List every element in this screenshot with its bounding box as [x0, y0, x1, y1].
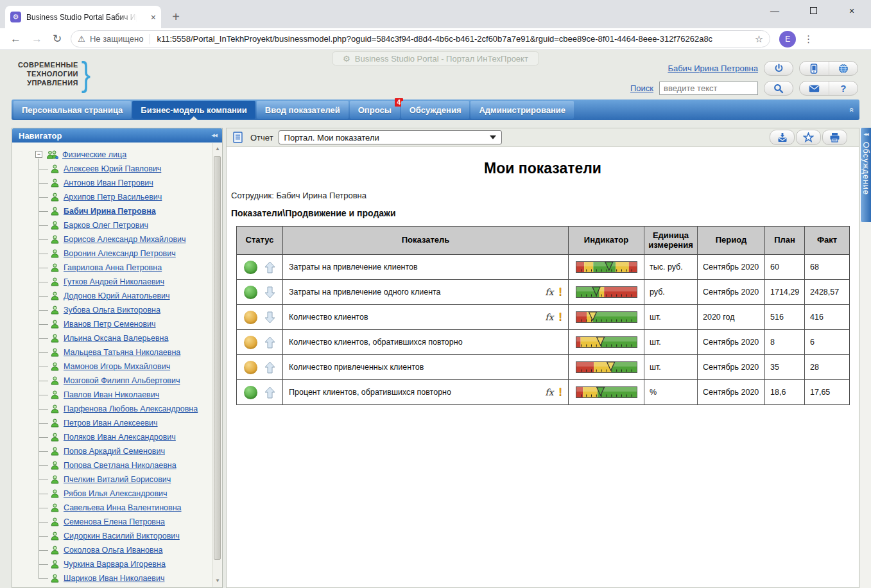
person-icon	[51, 376, 59, 385]
table-header-row: СтатусПоказательИндикаторЕдиница измерен…	[237, 227, 850, 255]
person-link[interactable]: Поляков Иван Александрович	[64, 433, 176, 442]
tree-person-item: Додонов Юрий Анатольевич	[39, 289, 212, 303]
formula-icon: fx	[545, 287, 553, 297]
indicator-name: Затраты на привлечение клиентов	[289, 263, 562, 272]
bookmark-star-icon[interactable]: ☆	[755, 33, 763, 45]
person-link[interactable]: Савельева Инна Валентиновна	[64, 503, 182, 512]
window-maximize-button[interactable]	[794, 6, 832, 16]
scroll-down-icon[interactable]: ▼	[213, 576, 222, 585]
table-row: Количество клиентовfx!шт.2020 год516416	[237, 305, 850, 330]
messages-button[interactable]	[800, 82, 829, 95]
person-link[interactable]: Попов Аркадий Семенович	[64, 447, 165, 456]
indicator-gauge	[576, 361, 637, 374]
discussion-side-tab[interactable]: ◀◀ Обсуждение	[860, 128, 871, 222]
tree-person-item: Мамонов Игорь Михайлович	[39, 359, 212, 374]
person-link[interactable]: Сидоркин Василий Викторович	[64, 532, 180, 540]
person-link[interactable]: Зубова Ольга Викторовна	[64, 306, 160, 315]
report-select[interactable]: Портал. Мои показатели	[279, 130, 502, 144]
unit-cell: %	[644, 380, 698, 405]
person-link[interactable]: Додонов Юрий Анатольевич	[64, 291, 170, 300]
person-link[interactable]: Павлов Иван Николаевич	[64, 390, 159, 399]
person-link[interactable]: Воронин Александр Петрович	[64, 249, 176, 258]
person-link[interactable]: Рябов Илья Александрович	[64, 489, 168, 498]
browser-tab[interactable]: ⚙ Business Studio Portal Бабич Ир ×	[5, 6, 161, 28]
favorite-button[interactable]	[796, 130, 821, 145]
person-link[interactable]: Антонов Иван Петрович	[64, 178, 153, 187]
window-close-button[interactable]: ×	[832, 6, 871, 16]
person-link[interactable]: Пчелкин Виталий Борисович	[64, 475, 171, 484]
url-omnibox[interactable]: ⚠ Не защищено k11:5558/Portal_InTekhProy…	[71, 30, 770, 48]
person-link[interactable]: Мозговой Филипп Альбертович	[64, 376, 180, 385]
period-cell: Сентябрь 2020	[698, 255, 765, 280]
person-link[interactable]: Гаврилова Анна Петровна	[64, 263, 162, 272]
nav-item-administration[interactable]: Администрирование	[470, 101, 574, 119]
person-link[interactable]: Чуркина Варвара Игоревна	[64, 560, 166, 569]
window-controls: — ×	[755, 0, 871, 22]
person-link[interactable]: Бабич Ирина Петровна	[64, 207, 156, 216]
tree-person-item: Поляков Иван Александрович	[39, 430, 212, 444]
profile-avatar[interactable]: E	[779, 31, 796, 48]
scroll-up-icon[interactable]: ▲	[213, 144, 222, 153]
nav-item-discussions[interactable]: Обсуждения	[401, 101, 470, 119]
person-link[interactable]: Алексеев Юрий Павлович	[64, 164, 161, 173]
person-link[interactable]: Ильина Оксана Валерьевна	[64, 334, 168, 343]
person-link[interactable]: Архипов Петр Васильевич	[64, 193, 162, 202]
nav-item-indicator-input[interactable]: Ввод показателей	[257, 101, 349, 119]
chevron-down-icon	[490, 135, 496, 139]
logout-button[interactable]	[764, 61, 793, 76]
window-minimize-button[interactable]: —	[755, 6, 794, 16]
period-cell: 2020 год	[698, 305, 765, 330]
nav-item-label: Обсуждения	[410, 105, 461, 115]
nav-item-personal-page[interactable]: Персональная страница	[13, 101, 131, 119]
person-link[interactable]: Борисов Александр Михайлович	[64, 235, 186, 244]
power-icon	[774, 64, 784, 73]
nav-item-business-model[interactable]: Бизнес-модель компании	[132, 101, 255, 119]
tree-person-item: Семенова Елена Петровна	[39, 515, 212, 529]
reload-icon[interactable]: ↻	[53, 32, 62, 46]
browser-address-bar: ← → ↻ ⚠ Не защищено k11:5558/Portal_InTe…	[0, 28, 871, 50]
print-button[interactable]	[822, 130, 847, 145]
person-icon	[51, 433, 59, 442]
period-cell: Сентябрь 2020	[698, 330, 765, 355]
main-nav: Персональная страницаБизнес-модель компа…	[12, 99, 859, 120]
mobile-version-button[interactable]	[800, 62, 829, 75]
person-link[interactable]: Барков Олег Петрович	[64, 221, 148, 230]
question-icon: ?	[840, 83, 846, 94]
period-cell: Сентябрь 2020	[698, 355, 765, 380]
person-link[interactable]: Мамонов Игорь Михайлович	[64, 362, 170, 371]
navigator-collapse-icon[interactable]: ◀◀	[211, 133, 217, 138]
export-button[interactable]	[770, 130, 795, 145]
person-link[interactable]: Шариков Иван Николаевич	[64, 574, 164, 583]
nav-collapse-icon[interactable]: «	[847, 107, 857, 112]
person-link[interactable]: Мальцева Татьяна Николаевна	[64, 348, 180, 357]
person-link[interactable]: Соколова Ольга Ивановна	[64, 546, 162, 555]
search-button[interactable]	[764, 81, 793, 96]
tree-expander[interactable]: −	[35, 151, 42, 158]
indicator-name-cell: Затраты на привлечение одного клиентаfx!	[283, 280, 569, 305]
search-input[interactable]	[659, 82, 758, 95]
person-link[interactable]: Иванов Петр Семенович	[64, 320, 156, 329]
portal-page: СОВРЕМЕННЫЕ ТЕХНОЛОГИИ УПРАВЛЕНИЯ } ⚙ Bu…	[0, 50, 871, 588]
person-link[interactable]: Петров Иван Алексеевич	[64, 419, 158, 428]
new-tab-button[interactable]: +	[168, 10, 184, 24]
period-cell: Сентябрь 2020	[698, 380, 765, 405]
person-link[interactable]: Гутков Андрей Николаевич	[64, 277, 164, 286]
not-secure-warning-icon[interactable]: ⚠	[78, 34, 85, 44]
person-link[interactable]: Парфенова Любовь Александровна	[64, 404, 198, 413]
search-link[interactable]: Поиск	[630, 83, 653, 93]
star-icon	[803, 132, 814, 143]
help-button[interactable]: ?	[829, 82, 858, 95]
browser-menu-icon[interactable]: ⋮	[804, 33, 813, 45]
back-icon[interactable]: ←	[10, 33, 21, 46]
trend-up-icon	[264, 361, 275, 374]
url-text[interactable]: k11:5558/Portal_InTekhProyekt/businessmo…	[157, 34, 749, 44]
current-user-link[interactable]: Бабич Ирина Петровна	[668, 64, 758, 73]
language-button[interactable]	[829, 62, 858, 75]
person-link[interactable]: Семенова Елена Петровна	[64, 517, 165, 526]
tree-root-link[interactable]: Физические лица	[62, 150, 126, 159]
tab-close-icon[interactable]: ×	[151, 12, 156, 22]
person-link[interactable]: Попова Светлана Николаевна	[64, 461, 177, 470]
scrollbar-thumb[interactable]	[214, 156, 221, 560]
nav-item-surveys[interactable]: Опросы4	[350, 101, 400, 119]
fact-cell: 6	[805, 330, 850, 355]
